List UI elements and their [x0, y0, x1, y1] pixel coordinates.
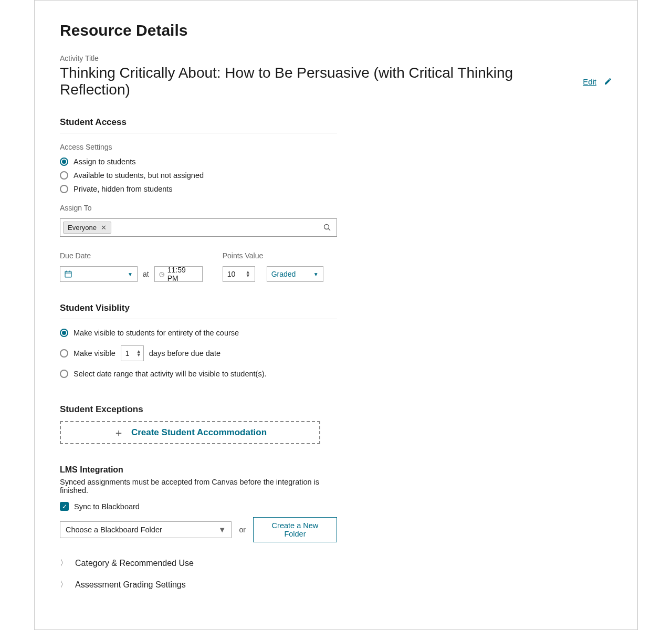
days-value: 1: [125, 349, 130, 358]
or-label: or: [239, 526, 245, 534]
create-accommodation-button[interactable]: ＋ Create Student Accommodation: [60, 421, 320, 444]
radio-label-b: days before due date: [149, 349, 220, 358]
chip-text: Everyone: [68, 224, 97, 232]
radio-label: Make visible to students for entirety of…: [74, 329, 239, 337]
svg-point-0: [324, 225, 329, 229]
chevron-right-icon: 〉: [60, 580, 68, 590]
radio-private[interactable]: Private, hidden from students: [60, 185, 337, 193]
due-date-picker[interactable]: ▼: [60, 266, 138, 282]
radio-visible-range[interactable]: Select date range that activity will be …: [60, 370, 337, 378]
expand-grading[interactable]: 〉 Assessment Grading Settings: [60, 580, 337, 590]
activity-title: Thinking Critically About: How to Be Per…: [60, 65, 575, 98]
time-picker[interactable]: ◷ 11:59 PM: [154, 266, 203, 282]
expand-label: Category & Recommended Use: [75, 559, 194, 568]
points-input[interactable]: 10 ▲▼: [223, 266, 255, 282]
radio-visible-days[interactable]: Make visible 1 ▲▼ days before due date: [60, 345, 337, 361]
expand-label: Assessment Grading Settings: [75, 580, 186, 590]
radio-available[interactable]: Available to students, but not assigned: [60, 171, 337, 180]
spinner-icon[interactable]: ▲▼: [246, 270, 250, 278]
radio-label: Available to students, but not assigned: [74, 171, 204, 180]
folder-select[interactable]: Choose a Blackboard Folder ▼: [60, 521, 232, 538]
caret-down-icon: ▼: [313, 271, 319, 277]
create-accommodation-label: Create Student Accommodation: [131, 427, 267, 438]
expand-category[interactable]: 〉 Category & Recommended Use: [60, 558, 337, 568]
assign-to-input[interactable]: Everyone ✕: [60, 218, 337, 237]
chevron-right-icon: 〉: [60, 558, 68, 568]
create-folder-button[interactable]: Create a New Folder: [253, 517, 337, 542]
visibility-header: Student Visiblity: [60, 303, 337, 319]
time-value: 11:59 PM: [167, 266, 198, 282]
radio-label-a: Make visible: [74, 349, 116, 358]
radio-label: Select date range that activity will be …: [74, 370, 267, 378]
assign-to-label: Assign To: [60, 204, 337, 212]
access-settings-label: Access Settings: [60, 143, 337, 151]
radio-icon: [60, 370, 68, 378]
points-value: 10: [227, 270, 236, 278]
radio-icon: [60, 349, 68, 358]
radio-icon: [60, 158, 68, 166]
svg-line-1: [329, 229, 331, 231]
radio-icon: [60, 185, 68, 193]
spinner-icon[interactable]: ▲▼: [136, 350, 141, 357]
radio-assign[interactable]: Assign to students: [60, 158, 337, 166]
at-label: at: [143, 270, 149, 278]
caret-down-icon: ▼: [128, 271, 133, 277]
clock-icon: ◷: [159, 270, 164, 278]
points-label: Points Value: [223, 251, 323, 260]
sync-label: Sync to Blackboard: [74, 502, 140, 511]
caret-down-icon: ▼: [218, 526, 226, 534]
graded-select[interactable]: Graded ▼: [267, 266, 323, 282]
edit-link[interactable]: Edit: [583, 77, 596, 86]
radio-label: Private, hidden from students: [74, 185, 173, 193]
lms-desc: Synced assignments must be accepted from…: [60, 478, 337, 495]
svg-rect-2: [65, 271, 71, 277]
radio-icon: [60, 329, 68, 337]
calendar-icon: [65, 270, 72, 278]
plus-icon: ＋: [113, 426, 124, 440]
radio-label: Assign to students: [74, 158, 136, 166]
everyone-chip: Everyone ✕: [63, 222, 111, 234]
due-date-label: Due Date: [60, 251, 203, 260]
radio-visible-entirety[interactable]: Make visible to students for entirety of…: [60, 329, 337, 337]
days-input[interactable]: 1 ▲▼: [121, 345, 144, 361]
lms-header: LMS Integration: [60, 465, 337, 475]
chip-remove-icon[interactable]: ✕: [101, 224, 107, 232]
access-radio-group: Assign to students Available to students…: [60, 158, 337, 193]
graded-value: Graded: [271, 270, 296, 278]
pencil-icon[interactable]: [604, 77, 612, 86]
search-icon[interactable]: [323, 224, 331, 232]
exceptions-header: Student Exceptions: [60, 404, 337, 415]
page-title: Resource Details: [60, 22, 612, 39]
activity-title-label: Activity Title: [60, 54, 612, 62]
sync-checkbox-row[interactable]: ✓ Sync to Blackboard: [60, 502, 337, 511]
student-access-header: Student Access: [60, 117, 337, 133]
radio-icon: [60, 171, 68, 180]
folder-placeholder: Choose a Blackboard Folder: [66, 526, 162, 534]
checkbox-checked-icon: ✓: [60, 502, 69, 511]
